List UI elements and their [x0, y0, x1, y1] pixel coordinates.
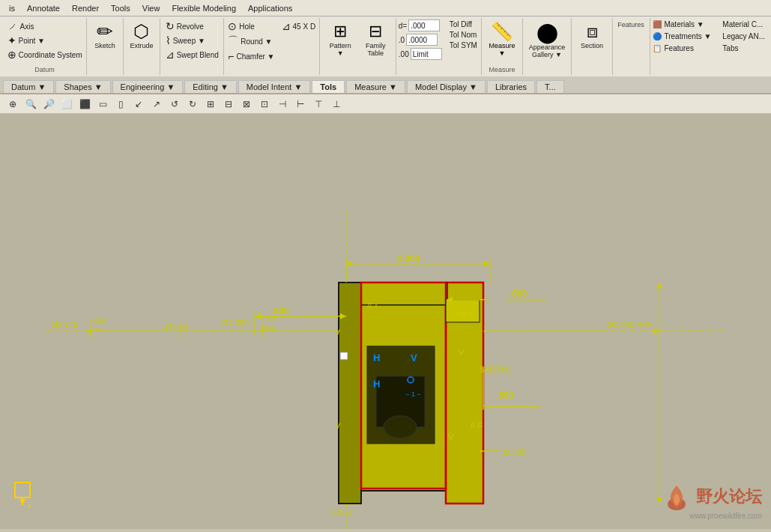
group-tol: d= .0 .00 Tol Diff Tol Nom Tol SYM [396, 18, 482, 75]
tol-dot-row: .0 [399, 34, 442, 46]
btn-section[interactable]: ⧈ Section [575, 19, 608, 51]
btn-box1[interactable]: ▭ [94, 96, 111, 112]
svg-text:↗: ↗ [26, 503, 32, 510]
btn-measure[interactable]: 📏 Measure ▼ [486, 19, 518, 58]
btn-legacy-an[interactable]: Legacy AN... [720, 31, 767, 41]
menu-is[interactable]: is [3, 2, 21, 14]
tab-model-intent[interactable]: Model Intent ▼ [238, 80, 310, 93]
btn-material-comp[interactable]: Material C... [720, 19, 767, 29]
btn-arrow-l[interactable]: ⊣ [274, 96, 291, 112]
appearance-icon: ⬤ [536, 21, 558, 43]
btn-circle[interactable]: ⊡ [256, 96, 273, 112]
svg-rect-71 [15, 483, 30, 498]
btn-grid[interactable]: ⊞ [202, 96, 219, 112]
svg-text:H: H [373, 378, 380, 390]
btn-round[interactable]: ⌒ Round ▼ [226, 34, 276, 49]
btn-tol-sym[interactable]: Tol SYM [447, 40, 480, 50]
svg-text:V: V [448, 432, 454, 441]
btn-next-view[interactable]: ↗ [148, 96, 165, 112]
btn-features-right[interactable]: 📋 Features [650, 43, 713, 53]
tab-datum[interactable]: Datum ▼ [3, 80, 54, 93]
btn-revolve[interactable]: ↻ Revolve [163, 19, 221, 33]
svg-text:.500: .500 [496, 390, 514, 401]
sketch-icon: ✏ [97, 21, 113, 42]
tol-d-row: d= [399, 19, 442, 31]
group-hole: ⊙ Hole ⌒ Round ▼ ⌐ Chamfer ▼ ⊿ 4 [224, 18, 320, 75]
btn-cross[interactable]: ⊠ [238, 96, 255, 112]
menu-annotate[interactable]: Annotate [21, 2, 66, 14]
svg-text:// F: // F [471, 421, 483, 430]
tab-engineering[interactable]: Engineering ▼ [112, 80, 184, 93]
btn-minus[interactable]: ⊟ [220, 96, 237, 112]
btn-tabs[interactable]: Tabs [720, 43, 767, 53]
btn-tol-nom[interactable]: Tol Nom [447, 30, 480, 40]
tol-clip-row: .00 [399, 48, 442, 60]
tab-editing[interactable]: Editing ▼ [184, 80, 237, 93]
group-extrude: ⬡ Extrude [124, 18, 160, 75]
group-sketch: ✏ Sketch [87, 18, 124, 75]
svg-text:Ø1.050: Ø1.050 [222, 318, 249, 327]
btn-family-table[interactable]: ⊟ FamilyTable [359, 19, 392, 61]
section-icon: ⧈ [587, 21, 598, 42]
btn-zoom-fit[interactable]: ⊕ [4, 96, 21, 112]
btn-prev-view[interactable]: ↙ [130, 96, 147, 112]
tab-tols[interactable]: Tols [312, 80, 345, 93]
menu-tools[interactable]: Tools [105, 2, 136, 14]
45xd-icon: ⊿ [282, 20, 291, 32]
btn-sketch[interactable]: ✏ Sketch [91, 19, 119, 61]
extrude-icon: ⬡ [133, 21, 149, 42]
btn-v2[interactable]: ⊤ [310, 96, 327, 112]
menu-view[interactable]: View [136, 2, 166, 14]
btn-point[interactable]: ✦ Point ▼ [5, 34, 85, 47]
btn-extrude[interactable]: ⬡ Extrude [127, 19, 156, 61]
svg-text:H: H [373, 352, 380, 363]
btn-rotate-cw[interactable]: ↻ [184, 96, 201, 112]
btn-sweep[interactable]: ⌇ Sweep ▼ [163, 34, 221, 47]
svg-text:Ø.390: Ø.390 [504, 447, 526, 456]
svg-text:Ø1.69: Ø1.69 [165, 322, 187, 331]
watermark-text: 野火论坛 [696, 486, 762, 508]
ribbon-tabs: Datum ▼ Shapes ▼ Engineering ▼ Editing ▼… [0, 76, 771, 93]
btn-axis[interactable]: ⟋ Axis [5, 19, 85, 33]
btn-pattern[interactable]: ⊞ Pattern ▼ [324, 19, 357, 61]
tol-dot-input[interactable] [406, 34, 438, 46]
btn-box2[interactable]: ▯ [112, 96, 129, 112]
tab-model-display[interactable]: Model Display ▼ [407, 80, 486, 93]
btn-v3[interactable]: ⊥ [328, 96, 345, 112]
btn-swept-blend[interactable]: ⊿ Swept Blend [163, 48, 221, 61]
btn-refit[interactable]: ⬜ [58, 96, 75, 112]
group-datum-label: Datum [34, 66, 55, 73]
coord-icon: ⊕ [7, 49, 16, 61]
btn-appearance-gallery[interactable]: ⬤ AppearanceGallery ▼ [526, 19, 569, 60]
btn-materials[interactable]: 🟫 Materials ▼ [650, 19, 713, 29]
svg-text:V: V [335, 421, 341, 430]
menu-applications[interactable]: Applications [242, 2, 298, 14]
svg-text:+.005: +.005 [259, 315, 276, 323]
features-label: Features [616, 19, 646, 30]
svg-text:V: V [411, 352, 417, 363]
swept-blend-icon: ⊿ [166, 49, 175, 61]
btn-tol-diff[interactable]: Tol Diff [447, 19, 480, 29]
btn-treatments[interactable]: 🔵 Treatments ▼ [650, 31, 713, 41]
btn-coordinate[interactable]: ⊕ Coordinate System [5, 48, 85, 61]
group-measure-label: Measure [489, 66, 515, 73]
menu-render[interactable]: Render [66, 2, 105, 14]
menu-flexible-modeling[interactable]: Flexible Modeling [166, 2, 242, 14]
btn-crop[interactable]: ⬛ [76, 96, 93, 112]
tab-libraries[interactable]: Libraries [487, 80, 535, 93]
tab-measure[interactable]: Measure ▼ [346, 80, 405, 93]
group-datum: ⟋ Axis ✦ Point ▼ ⊕ Coordinate System Dat… [3, 18, 87, 75]
tol-d-input[interactable] [408, 19, 440, 31]
btn-rotate-ccw[interactable]: ↺ [166, 96, 183, 112]
tol-clip-input[interactable] [411, 48, 442, 60]
btn-45xd[interactable]: ⊿ 45 X D [279, 19, 318, 33]
btn-v1[interactable]: ⊢ [292, 96, 309, 112]
btn-zoom-out[interactable]: 🔎 [40, 96, 57, 112]
btn-hole[interactable]: ⊙ Hole [226, 19, 276, 33]
tab-shapes[interactable]: Shapes ▼ [55, 80, 110, 93]
btn-zoom-in[interactable]: 🔍 [22, 96, 39, 112]
btn-chamfer[interactable]: ⌐ Chamfer ▼ [226, 49, 276, 63]
tab-t[interactable]: T... [536, 80, 564, 93]
group-revolve: ↻ Revolve ⌇ Sweep ▼ ⊿ Swept Blend [160, 18, 224, 75]
measure-icon: 📏 [491, 21, 513, 42]
